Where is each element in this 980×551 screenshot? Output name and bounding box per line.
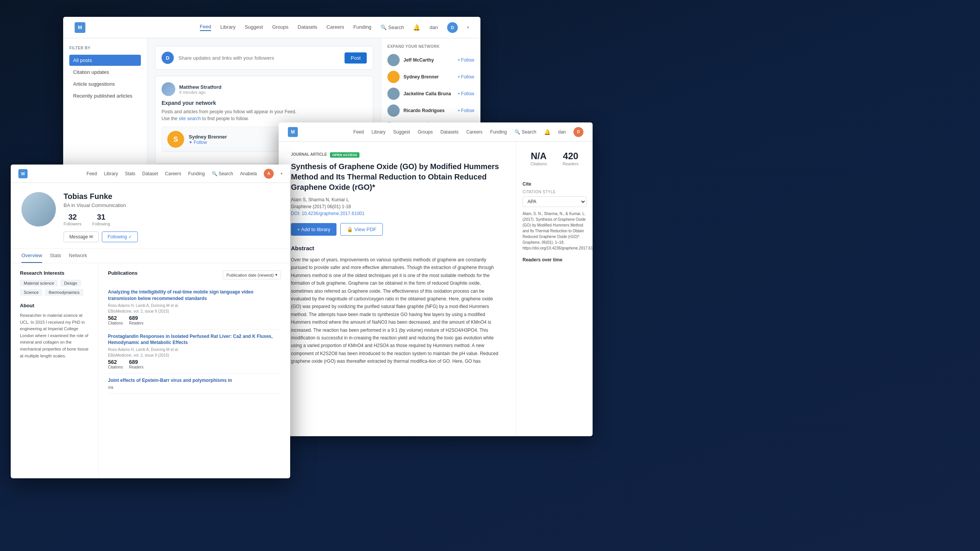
pub-citations-0: 562 Citations — [108, 315, 123, 325]
profile-nav-dataset[interactable]: Dataset — [142, 171, 158, 176]
article-user-avatar[interactable]: D — [573, 127, 583, 137]
tab-stats[interactable]: Stats — [50, 249, 61, 263]
pub-item-2: Joint effects of Epstein-Barr virus and … — [108, 373, 281, 394]
post-avatar: D — [162, 52, 174, 64]
citation-style-select[interactable]: APA MLA Chicago — [523, 196, 586, 207]
following-label: Following — [92, 222, 110, 226]
nav-feed[interactable]: Feed — [200, 24, 211, 31]
sugg-follow-1[interactable]: + Follow — [457, 74, 474, 80]
nav-groups[interactable]: Groups — [272, 24, 289, 31]
filter-citation-updates[interactable]: Citation updates — [69, 67, 141, 78]
tag-1[interactable]: Design — [60, 280, 81, 287]
article-doi[interactable]: DOI: 10.4236/graphene.2017.61001 — [291, 211, 504, 216]
expand-network-title: EXPAND YOUR NETWORK — [387, 44, 474, 49]
profile-search-btn[interactable]: 🔍 Search — [212, 171, 233, 176]
article-main: JOURNAL ARTICLE OPEN ACCESS Synthesis of… — [279, 142, 516, 436]
tag-0[interactable]: Material science — [20, 280, 58, 287]
following-button[interactable]: Following ✓ — [102, 231, 138, 242]
profile-nav-library[interactable]: Library — [104, 171, 118, 176]
profile-hero: Tobias Funke BA in Visual Communication … — [11, 183, 290, 249]
article-nav-careers[interactable]: Careers — [466, 129, 483, 135]
nav-datasets[interactable]: Datasets — [298, 24, 317, 31]
profile-nav: Feed Library Stats Dataset Careers Fundi… — [87, 169, 283, 179]
feed-search-btn[interactable]: 🔍 Search — [381, 24, 404, 30]
badge-journal: JOURNAL ARTICLE — [291, 152, 327, 158]
article-user-label: dan — [558, 129, 566, 135]
card1-avatar — [162, 82, 175, 96]
readers-value: 420 — [563, 151, 579, 161]
followers-label: Followers — [64, 222, 82, 226]
tag-2[interactable]: Science — [20, 289, 42, 296]
readers-label: Readers — [563, 161, 579, 166]
article-nav-feed[interactable]: Feed — [353, 129, 364, 135]
profile-name: Tobias Funke — [64, 192, 279, 201]
profile-nav-avatar[interactable]: A — [264, 169, 274, 179]
pub-title-1[interactable]: Prostaglandin Responses in Isolated Perf… — [108, 333, 281, 346]
followers-stat: 32 Followers — [64, 213, 82, 226]
article-nav-datasets[interactable]: Datasets — [441, 129, 459, 135]
feed-user-avatar[interactable]: D — [447, 22, 458, 33]
profile-nav-stats[interactable]: Stats — [125, 171, 135, 176]
view-pdf-button[interactable]: 🔒 View PDF — [340, 223, 383, 236]
sugg-follow-2[interactable]: + Follow — [457, 91, 474, 96]
filter-all-posts[interactable]: All posts — [69, 55, 141, 66]
profile-dropdown-icon[interactable]: ▾ — [281, 171, 283, 176]
filter-recent-articles[interactable]: Recently published articles — [69, 90, 141, 101]
article-body: JOURNAL ARTICLE OPEN ACCESS Synthesis of… — [279, 142, 593, 436]
search-icon: 🔍 — [381, 24, 387, 30]
add-to-library-button[interactable]: + Add to library — [291, 223, 336, 236]
article-badge-row: JOURNAL ARTICLE OPEN ACCESS — [291, 152, 504, 158]
abstract-text: Over the span of years, improvements on … — [291, 256, 504, 365]
sugg-follow-0[interactable]: + Follow — [457, 57, 474, 63]
cite-section: Cite CITATION STYLE APA MLA Chicago Alam… — [523, 181, 586, 251]
sugg-avatar-3 — [387, 104, 400, 117]
tab-network[interactable]: Network — [69, 249, 87, 263]
pub-title-0[interactable]: Analyzing the intelligibility of real-ti… — [108, 289, 281, 302]
about-title: About — [20, 303, 89, 308]
feed-dropdown-icon[interactable]: ▾ — [467, 25, 469, 29]
profile-nav-feed[interactable]: Feed — [87, 171, 97, 176]
sugg-name-3: Ricardo Rodrigues — [403, 108, 454, 113]
publications-sort[interactable]: Publication date (newest) ▾ — [223, 271, 281, 279]
nav-funding[interactable]: Funding — [353, 24, 371, 31]
profile-content: Research Interests Material science Desi… — [11, 263, 290, 478]
sugg-follow-3[interactable]: + Follow — [457, 108, 474, 113]
article-nav-funding[interactable]: Funding — [490, 129, 507, 135]
nav-suggest[interactable]: Suggest — [245, 24, 263, 31]
article-header: M Feed Library Suggest Groups Datasets C… — [279, 122, 593, 142]
suggest-follow-btn[interactable]: ✦ Follow — [189, 140, 227, 145]
pub-readers-0: 689 Readers — [129, 315, 144, 325]
profile-nav-careers[interactable]: Careers — [165, 171, 181, 176]
article-nav-library[interactable]: Library — [371, 129, 385, 135]
profile-picture — [21, 192, 56, 227]
cite-heading: Cite — [523, 181, 586, 187]
badge-open-access: OPEN ACCESS — [330, 152, 359, 158]
pub-journal-1: EBioMedicine, vol. 2, issue 9 (2015) — [108, 353, 281, 357]
suggest-name: Sydney Brenner — [189, 134, 227, 140]
nav-careers[interactable]: Careers — [327, 24, 344, 31]
post-button[interactable]: Post — [345, 52, 367, 64]
follow-icon-3: + — [457, 108, 460, 113]
sugg-name-2: Jackeline Calla Bruna — [403, 91, 454, 96]
tag-3[interactable]: thermodynamics — [45, 289, 83, 296]
site-search-link[interactable]: site search — [179, 116, 201, 121]
profile-nav-funding[interactable]: Funding — [188, 171, 205, 176]
article-nav-suggest[interactable]: Suggest — [393, 129, 410, 135]
nav-library[interactable]: Library — [220, 24, 235, 31]
filter-article-suggestions[interactable]: Article suggestions — [69, 78, 141, 90]
feed-logo-icon: M — [75, 22, 85, 33]
message-button[interactable]: Message ✉ — [64, 231, 99, 242]
tab-overview[interactable]: Overview — [21, 249, 42, 263]
suggest-avatar: S — [167, 131, 184, 148]
article-nav-groups[interactable]: Groups — [418, 129, 433, 135]
filter-by-label: FILTER BY — [69, 46, 141, 50]
pub-item-1: Prostaglandin Responses in Isolated Perf… — [108, 329, 281, 374]
pub-meta-1: Ross-Adams H, Lamb A, Dunning M et al. — [108, 347, 281, 352]
article-bell-icon[interactable]: 🔔 — [544, 129, 550, 135]
pub-title-2[interactable]: Joint effects of Epstein-Barr virus and … — [108, 377, 281, 384]
following-stat: 31 Following — [92, 213, 110, 226]
bell-icon[interactable]: 🔔 — [413, 24, 420, 31]
post-input[interactable] — [178, 55, 340, 61]
sugg-avatar-1 — [387, 71, 400, 83]
article-search-btn[interactable]: 🔍 Search — [514, 129, 536, 135]
